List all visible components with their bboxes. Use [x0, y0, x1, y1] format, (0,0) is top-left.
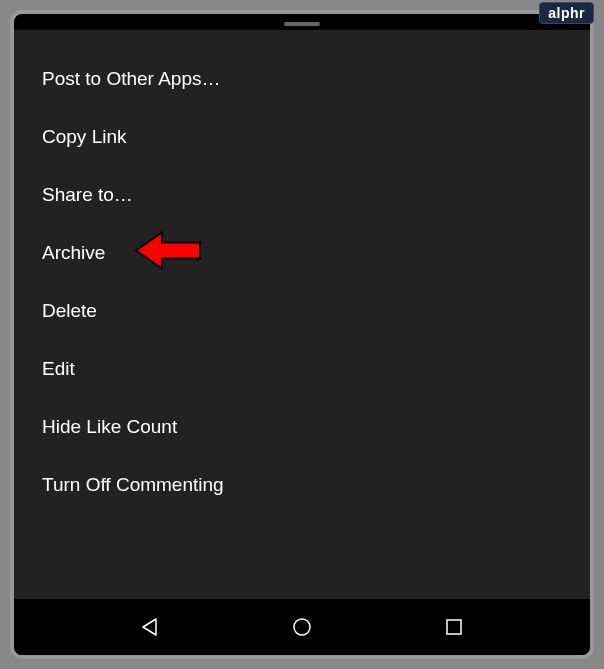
menu-item-edit[interactable]: Edit [14, 340, 590, 398]
svg-point-0 [294, 619, 310, 635]
menu-item-label: Share to… [42, 184, 133, 205]
menu-item-copy-link[interactable]: Copy Link [14, 108, 590, 166]
menu-item-post-to-other-apps[interactable]: Post to Other Apps… [14, 50, 590, 108]
menu-item-share-to[interactable]: Share to… [14, 166, 590, 224]
bottom-sheet-menu: Post to Other Apps… Copy Link Share to… … [14, 30, 590, 599]
menu-item-label: Post to Other Apps… [42, 68, 220, 89]
home-button[interactable] [290, 615, 314, 639]
menu-item-label: Archive [42, 242, 105, 263]
menu-item-label: Hide Like Count [42, 416, 177, 437]
menu-item-label: Delete [42, 300, 97, 321]
triangle-back-icon [139, 616, 161, 638]
menu-item-label: Edit [42, 358, 75, 379]
back-button[interactable] [138, 615, 162, 639]
watermark-badge: alphr [539, 2, 594, 24]
highlight-arrow-icon [134, 229, 204, 278]
menu-item-delete[interactable]: Delete [14, 282, 590, 340]
menu-item-turn-off-commenting[interactable]: Turn Off Commenting [14, 456, 590, 514]
drag-handle-icon[interactable] [284, 22, 320, 26]
menu-item-archive[interactable]: Archive [14, 224, 590, 282]
menu-item-label: Copy Link [42, 126, 127, 147]
android-nav-bar [14, 599, 590, 655]
recent-apps-button[interactable] [442, 615, 466, 639]
svg-rect-1 [447, 620, 461, 634]
circle-home-icon [291, 616, 313, 638]
device-frame: Post to Other Apps… Copy Link Share to… … [10, 10, 594, 659]
menu-item-hide-like-count[interactable]: Hide Like Count [14, 398, 590, 456]
square-recents-icon [444, 617, 464, 637]
menu-item-label: Turn Off Commenting [42, 474, 224, 495]
